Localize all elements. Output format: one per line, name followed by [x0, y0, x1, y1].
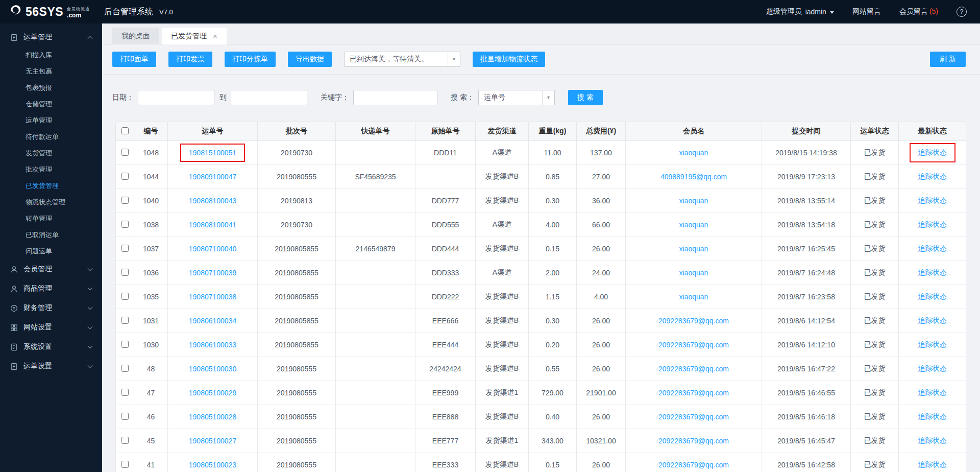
row-checkbox[interactable] [121, 269, 129, 276]
member-link[interactable]: xiaoquan [679, 245, 708, 253]
sidebar-item-active[interactable]: 已发货管理 [0, 178, 102, 194]
track-status-link[interactable]: 追踪状态 [918, 412, 947, 420]
waybill-link[interactable]: 190807100038 [189, 293, 236, 301]
member-link[interactable]: xiaoquan [679, 149, 708, 157]
waybill-link[interactable]: 190815100051 [189, 149, 236, 157]
row-checkbox[interactable] [121, 173, 129, 180]
track-status-link[interactable]: 追踪状态 [918, 244, 947, 252]
waybill-link[interactable]: 190809100047 [189, 173, 236, 181]
member-link[interactable]: 2092283679@qq.com [658, 341, 729, 349]
track-status-link[interactable]: 追踪状态 [918, 388, 947, 396]
sidebar-group-product-management[interactable]: 商品管理 [0, 279, 102, 298]
track-status-link[interactable]: 追踪状态 [918, 172, 947, 180]
date-from-input[interactable] [138, 90, 214, 105]
track-status-link[interactable]: 追踪状态 [918, 340, 947, 348]
print-label-button[interactable]: 打印面单 [112, 52, 156, 67]
sidebar-item[interactable]: 发货管理 [0, 145, 102, 161]
export-data-button[interactable]: 导出数据 [288, 52, 332, 67]
track-status-link[interactable]: 追踪状态 [918, 268, 947, 276]
site-messages-link[interactable]: 网站留言 [852, 7, 881, 16]
tab-my-desktop[interactable]: 我的桌面 [112, 28, 159, 44]
row-checkbox[interactable] [121, 341, 129, 348]
row-checkbox[interactable] [121, 461, 129, 468]
member-link[interactable]: 2092283679@qq.com [658, 317, 729, 325]
search-type-select[interactable]: 运单号 ▼ [478, 90, 555, 105]
member-link[interactable]: xiaoquan [679, 293, 708, 301]
print-invoice-button[interactable]: 打印发票 [168, 52, 212, 67]
track-status-link[interactable]: 追踪状态 [918, 148, 947, 156]
waybill-link[interactable]: 190806100034 [189, 317, 236, 325]
waybill-link[interactable]: 190807100039 [189, 269, 236, 277]
track-status-link[interactable]: 追踪状态 [918, 460, 947, 468]
waybill-link[interactable]: 190806100033 [189, 341, 236, 349]
column-header: 批次号 [258, 122, 336, 141]
track-status-link[interactable]: 追踪状态 [918, 292, 947, 300]
sidebar-item[interactable]: 无主包裹 [0, 63, 102, 80]
track-status-link[interactable]: 追踪状态 [918, 364, 947, 372]
cell-batch: 2019080555 [258, 357, 336, 381]
member-link[interactable]: 409889195@qq.com [660, 173, 727, 181]
track-status-link[interactable]: 追踪状态 [918, 196, 947, 204]
column-header: 编号 [134, 122, 168, 141]
row-checkbox[interactable] [121, 437, 129, 444]
waybill-link[interactable]: 190805100027 [189, 437, 236, 445]
waybill-link[interactable]: 190805100030 [189, 365, 236, 373]
sidebar-item[interactable]: 物流状态管理 [0, 194, 102, 210]
sidebar-item[interactable]: 已取消运单 [0, 227, 102, 243]
row-checkbox[interactable] [121, 389, 129, 396]
member-link[interactable]: 2092283679@qq.com [658, 413, 729, 421]
row-checkbox[interactable] [121, 293, 129, 300]
sidebar-group-member-management[interactable]: 会员管理 [0, 259, 102, 279]
member-link[interactable]: xiaoquan [679, 269, 708, 277]
member-messages-link[interactable]: 会员留言(5) [899, 7, 938, 16]
row-checkbox[interactable] [121, 149, 129, 156]
row-checkbox[interactable] [121, 365, 129, 372]
sidebar-item[interactable]: 运单管理 [0, 112, 102, 129]
member-link[interactable]: 2092283679@qq.com [658, 461, 729, 469]
member-link[interactable]: 2092283679@qq.com [658, 389, 729, 397]
row-checkbox[interactable] [121, 221, 129, 228]
column-header: 运单号 [168, 122, 258, 141]
keyword-input[interactable] [353, 90, 437, 105]
sidebar-item[interactable]: 扫描入库 [0, 47, 102, 63]
print-sorting-button[interactable]: 打印分拣单 [225, 52, 276, 67]
waybill-link[interactable]: 190808100041 [189, 221, 236, 229]
sidebar-group-waybill-management[interactable]: 运单管理 [0, 28, 102, 47]
waybill-link[interactable]: 190805100029 [189, 389, 236, 397]
sidebar-group-finance-management[interactable]: 财务管理 [0, 298, 102, 318]
user-menu[interactable]: 超级管理员 iadmin [766, 7, 834, 16]
sidebar-item[interactable]: 批次管理 [0, 161, 102, 178]
track-status-link[interactable]: 追踪状态 [918, 316, 947, 324]
row-checkbox[interactable] [121, 317, 129, 324]
member-link[interactable]: xiaoquan [679, 221, 708, 229]
sidebar-item[interactable]: 包裹预报 [0, 80, 102, 96]
batch-add-status-button[interactable]: 批量增加物流状态 [473, 52, 545, 67]
waybill-link[interactable]: 190807100040 [189, 245, 236, 253]
sidebar-item[interactable]: 转单管理 [0, 210, 102, 227]
sidebar-item[interactable]: 仓储管理 [0, 96, 102, 112]
sidebar-item[interactable]: 问题运单 [0, 243, 102, 259]
track-status-link[interactable]: 追踪状态 [918, 436, 947, 444]
refresh-button[interactable]: 刷 新 [930, 52, 966, 67]
help-icon[interactable]: ? [957, 7, 967, 17]
member-link[interactable]: xiaoquan [679, 197, 708, 205]
row-checkbox[interactable] [121, 197, 129, 204]
track-status-link[interactable]: 追踪状态 [918, 220, 947, 228]
logistics-status-select[interactable]: 已到达海关，等待清关。 ▼ [344, 52, 460, 67]
waybill-link[interactable]: 190805100023 [189, 461, 236, 469]
row-checkbox[interactable] [121, 245, 129, 252]
member-link[interactable]: 2092283679@qq.com [658, 365, 729, 373]
member-link[interactable]: 2092283679@qq.com [658, 437, 729, 445]
tab-shipped-management[interactable]: 已发货管理 × [162, 28, 227, 44]
sidebar-item[interactable]: 待付款运单 [0, 129, 102, 145]
sidebar-group-site-settings[interactable]: 网站设置 [0, 318, 102, 337]
select-all-checkbox[interactable] [121, 127, 129, 134]
waybill-link[interactable]: 190805100028 [189, 413, 236, 421]
tab-close-icon[interactable]: × [213, 32, 217, 40]
row-checkbox[interactable] [121, 413, 129, 420]
date-to-input[interactable] [231, 90, 307, 105]
sidebar-group-system-settings[interactable]: 系统设置 [0, 337, 102, 357]
sidebar-group-waybill-settings[interactable]: 运单设置 [0, 357, 102, 376]
waybill-link[interactable]: 190808100043 [189, 197, 236, 205]
search-button[interactable]: 搜 索 [568, 90, 603, 105]
